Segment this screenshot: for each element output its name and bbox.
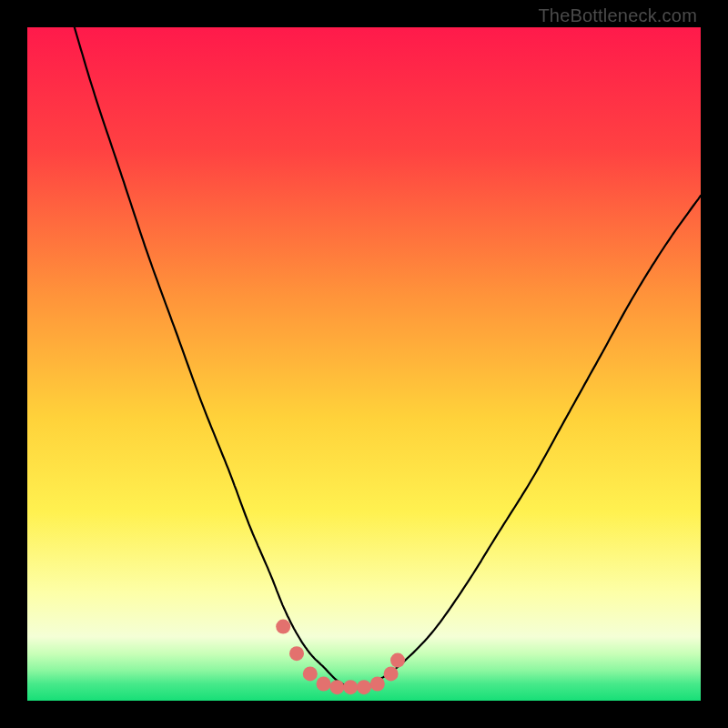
marker-dot <box>329 680 344 694</box>
marker-dot <box>289 646 304 661</box>
plot-area <box>27 27 701 701</box>
bottleneck-curve <box>75 27 701 688</box>
marker-dot <box>390 653 405 668</box>
watermark-text: TheBottleneck.com <box>538 5 697 26</box>
marker-dot <box>276 620 290 634</box>
marker-dot <box>370 677 385 692</box>
marker-dot <box>343 680 358 694</box>
curve-layer <box>27 27 701 701</box>
marker-dot <box>357 680 371 694</box>
marker-dot <box>317 677 331 692</box>
marker-dot <box>384 666 399 681</box>
marker-dot <box>303 666 318 681</box>
chart-frame: TheBottleneck.com <box>0 0 728 728</box>
